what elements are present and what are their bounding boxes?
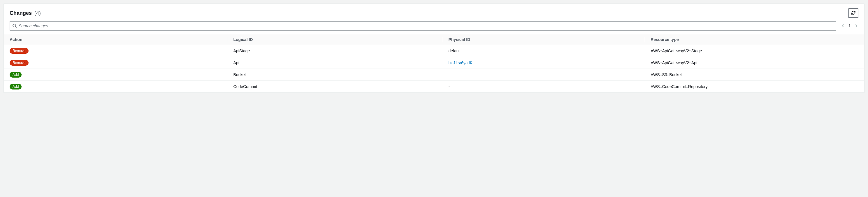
cell-logical-id: ApiStage [228, 45, 443, 57]
cell-physical-id: default [443, 45, 645, 57]
changes-panel: Changes (4) [3, 3, 865, 93]
cell-logical-id: Bucket [228, 69, 443, 81]
table-header-row: Action Logical ID Physical ID Resource t… [4, 34, 864, 45]
table-row: AddBucket-AWS::S3::Bucket [4, 69, 864, 81]
changes-table: Action Logical ID Physical ID Resource t… [4, 34, 864, 92]
search-field[interactable] [10, 21, 836, 31]
svg-line-1 [16, 27, 17, 28]
cell-physical-id: lxc1ksr6ya [443, 57, 645, 69]
prev-page-button[interactable] [841, 24, 845, 28]
page-number: 1 [848, 24, 851, 28]
cell-resource-type: AWS::CodeCommit::Repository [645, 81, 864, 93]
toolbar: 1 [4, 20, 864, 34]
col-header-logical-id[interactable]: Logical ID [228, 34, 443, 45]
refresh-button[interactable] [848, 8, 858, 18]
panel-title: Changes (4) [10, 10, 41, 16]
col-header-action[interactable]: Action [4, 34, 228, 45]
physical-id-link[interactable]: lxc1ksr6ya [448, 61, 472, 65]
action-badge: Add [10, 72, 22, 78]
cell-physical-id: - [443, 81, 645, 93]
title-text: Changes [10, 10, 32, 16]
action-badge: Remove [10, 60, 29, 66]
search-input[interactable] [10, 22, 836, 30]
pagination: 1 [841, 24, 858, 28]
action-badge: Add [10, 84, 22, 89]
cell-resource-type: AWS::S3::Bucket [645, 69, 864, 81]
cell-logical-id: CodeCommit [228, 81, 443, 93]
cell-action: Remove [4, 57, 228, 69]
cell-logical-id: Api [228, 57, 443, 69]
col-header-physical-id[interactable]: Physical ID [443, 34, 645, 45]
cell-action: Add [4, 69, 228, 81]
cell-physical-id: - [443, 69, 645, 81]
cell-action: Remove [4, 45, 228, 57]
cell-resource-type: AWS::ApiGatewayV2::Api [645, 57, 864, 69]
table-row: RemoveApiStagedefaultAWS::ApiGatewayV2::… [4, 45, 864, 57]
physical-id-text: lxc1ksr6ya [448, 61, 468, 65]
external-link-icon [469, 61, 472, 65]
title-count: (4) [34, 10, 41, 16]
next-page-button[interactable] [854, 24, 858, 28]
panel-header: Changes (4) [4, 4, 864, 20]
search-icon [12, 24, 17, 28]
cell-action: Add [4, 81, 228, 93]
table-row: RemoveApilxc1ksr6yaAWS::ApiGatewayV2::Ap… [4, 57, 864, 69]
table-row: AddCodeCommit-AWS::CodeCommit::Repositor… [4, 81, 864, 93]
col-header-resource-type[interactable]: Resource type [645, 34, 864, 45]
action-badge: Remove [10, 48, 29, 54]
cell-resource-type: AWS::ApiGatewayV2::Stage [645, 45, 864, 57]
refresh-icon [851, 10, 856, 16]
